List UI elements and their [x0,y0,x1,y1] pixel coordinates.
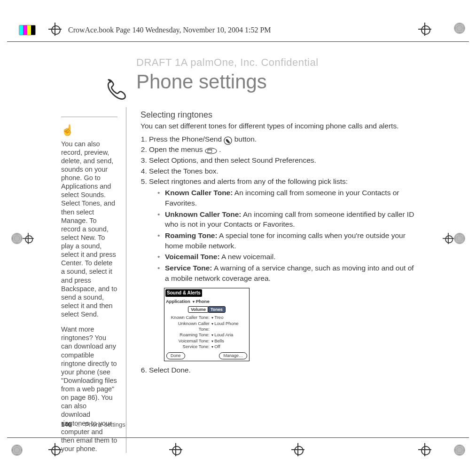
step-item: Select ringtones and alerts from any of … [149,176,418,361]
step-item: Press the Phone/Send button. [149,134,418,144]
palm-done-button: Done [166,352,185,359]
list-item: Unknown Caller Tone: An incoming call fr… [157,209,418,230]
tip-hand-icon: ☝ [61,124,74,137]
bullet-list: Known Caller Tone: An incoming call from… [149,188,418,283]
section-intro: You can set different tones for differen… [140,121,418,131]
sidebar-tip: Want more ringtones? You can download an… [61,325,117,453]
page-number: 140 [61,421,71,428]
crosshair-icon [443,233,454,244]
list-item: Service Tone: A warning of a service cha… [157,263,418,283]
step-item: Select Done. [149,365,418,375]
palm-tab-tones: Tones [208,306,226,313]
crop-dot-icon [11,444,23,456]
crop-dot-icon [11,233,23,244]
sidebar: ☝ You can also record, preview, delete, … [61,107,126,453]
phone-handset-icon [101,77,127,103]
page-title: Phone settings [136,71,267,93]
main-content: Selecting ringtones You can set differen… [140,107,418,453]
palm-row: Unknown Caller Tone:Loud Phone [164,321,249,333]
palm-row: Known Caller Tone:Treo [164,315,249,320]
steps-list: Press the Phone/Send button. Open the me… [140,134,418,375]
list-item: Known Caller Tone: An incoming call from… [157,188,418,208]
page-footer: 140 :: Phone settings [61,421,125,428]
top-rule [7,41,469,42]
footer-label: Phone settings [85,421,125,428]
palm-title: Sound & Alerts [165,289,202,297]
crosshair-icon [48,443,62,456]
palm-app-value: Phone [196,299,210,304]
header-meta: CrowAce.book Page 140 Wednesday, Novembe… [68,26,271,34]
svg-point-1 [205,148,217,154]
menu-button-icon [205,147,217,153]
svg-rect-2 [208,150,212,153]
sound-alerts-screenshot: Sound & Alerts Application ▾ Phone Volum… [164,288,250,361]
section-heading: Selecting ringtones [140,110,418,120]
step-item: Select Options, and then select Sound Pr… [149,155,418,166]
palm-row: Roaming Tone:Loud Aria [164,332,249,338]
palm-manage-button: Manage… [219,352,247,359]
watermark: DRAFT 1A palmOne, Inc. Confidential [136,56,418,69]
crosshair-icon [418,443,431,456]
crosshair-icon [23,233,34,244]
crosshair-icon [418,23,431,36]
palm-row: Voicemail Tone:Bells [164,338,249,344]
crosshair-icon [48,23,62,36]
sidebar-tip: You can also record, preview, delete, an… [61,140,117,319]
crop-dot-icon [454,444,465,456]
phone-send-button-icon [224,136,232,143]
step-item: Open the menus . [149,144,418,155]
list-item: Voicemail Tone: A new voicemail. [157,252,418,262]
palm-row: Service Tone:Off [164,344,249,349]
color-swatch-icon [19,25,36,35]
crop-dot-icon [454,233,465,244]
crop-dot-icon [454,23,465,34]
palm-app-label: Application [166,299,190,304]
list-item: Roaming Tone: A special tone for incomin… [157,230,418,251]
palm-tab-volume: Volume [188,306,209,313]
step-item: Select the Tones box. [149,166,418,176]
